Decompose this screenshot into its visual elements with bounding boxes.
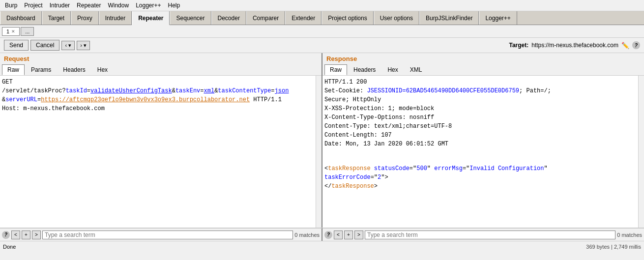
tab-user-options[interactable]: User options bbox=[374, 11, 419, 25]
menu-burp[interactable]: Burp bbox=[2, 1, 20, 10]
menu-help[interactable]: Help bbox=[165, 1, 183, 10]
search-right-prev-button[interactable]: < bbox=[334, 231, 343, 239]
response-tab-headers[interactable]: Headers bbox=[348, 64, 381, 75]
tab-sequencer[interactable]: Sequencer bbox=[170, 11, 211, 25]
tab-repeater[interactable]: Repeater bbox=[132, 11, 170, 25]
tab-extender[interactable]: Extender bbox=[285, 11, 322, 25]
search-bar-left: ? < + > 0 matches bbox=[0, 228, 322, 241]
request-tab-headers[interactable]: Headers bbox=[58, 64, 90, 75]
request-pane-inner: GET /servlet/taskProc?taskId=validateUsh… bbox=[0, 76, 322, 228]
resp-line-8: Date: Mon, 13 Jan 2020 06:01:52 GMT bbox=[324, 140, 636, 148]
search-left-matches: 0 matches bbox=[294, 232, 320, 238]
sub-tab-more[interactable]: ... bbox=[21, 27, 34, 36]
main-split: Request Raw Params Headers Hex GET /serv… bbox=[0, 53, 644, 228]
search-bar-right: ? < + > 0 matches bbox=[322, 228, 644, 241]
menu-intruder[interactable]: Intruder bbox=[47, 1, 73, 10]
resp-line-6: Content-Type: text/xml;charset=UTF-8 bbox=[324, 122, 636, 131]
resp-line-1: HTTP/1.1 200 bbox=[324, 78, 636, 87]
search-left-prev-button[interactable]: < bbox=[11, 231, 20, 239]
sub-tab-bar: 1 ✕ ... bbox=[0, 25, 644, 38]
cancel-button[interactable]: Cancel bbox=[30, 40, 59, 51]
send-button[interactable]: Send bbox=[4, 40, 29, 51]
menu-bar: Burp Project Intruder Repeater Window Lo… bbox=[0, 0, 644, 11]
toolbar: Send Cancel ‹ ▾ › ▾ Target: https://m-ne… bbox=[0, 38, 644, 53]
response-tab-xml[interactable]: XML bbox=[405, 64, 428, 75]
search-left-input[interactable] bbox=[42, 231, 293, 239]
tab-burpjslinkfinder[interactable]: BurpJSLinkFinder bbox=[419, 11, 479, 25]
request-content[interactable]: GET /servlet/taskProc?taskId=validateUsh… bbox=[0, 76, 316, 228]
resp-line-2: Set-Cookie: JSESSIONID=62BAD5465490DD640… bbox=[324, 87, 636, 95]
resp-line-3: Secure; HttpOnly bbox=[324, 95, 636, 104]
resp-xml-close: </taskResponse> bbox=[324, 182, 636, 191]
tab-loggerpp[interactable]: Logger++ bbox=[479, 11, 517, 25]
target-label: Target: bbox=[509, 42, 528, 49]
search-right-matches: 0 matches bbox=[617, 232, 642, 238]
request-tab-bar: Raw Params Headers Hex bbox=[0, 64, 322, 76]
status-right: 369 bytes | 2,749 millis bbox=[586, 244, 641, 250]
forward-button[interactable]: › ▾ bbox=[77, 41, 90, 50]
request-tab-params[interactable]: Params bbox=[26, 64, 57, 75]
search-right-help-icon[interactable]: ? bbox=[324, 231, 332, 239]
status-bar: Done 369 bytes | 2,749 millis bbox=[0, 241, 644, 252]
request-line-1: GET bbox=[2, 78, 314, 87]
request-tab-hex[interactable]: Hex bbox=[92, 64, 113, 75]
tab-dashboard[interactable]: Dashboard bbox=[0, 11, 42, 25]
search-right-next-button[interactable]: > bbox=[354, 231, 363, 239]
menu-project[interactable]: Project bbox=[21, 1, 45, 10]
tab-project-options[interactable]: Project options bbox=[322, 11, 373, 25]
request-line-2: /servlet/taskProc?taskId=validateUsherCo… bbox=[2, 87, 314, 95]
edit-target-icon[interactable]: ✏️ bbox=[621, 42, 629, 49]
response-tab-raw[interactable]: Raw bbox=[324, 64, 347, 75]
tab-decoder[interactable]: Decoder bbox=[211, 11, 246, 25]
response-header: Response bbox=[322, 53, 644, 64]
tab-comparer[interactable]: Comparer bbox=[246, 11, 285, 25]
search-left-add-button[interactable]: + bbox=[22, 231, 30, 239]
main-tab-bar: Dashboard Target Proxy Intruder Repeater… bbox=[0, 11, 644, 25]
target-help-icon[interactable]: ? bbox=[632, 41, 640, 49]
search-right-input[interactable] bbox=[365, 231, 615, 239]
target-url: https://m-nexus.thefacebook.com bbox=[531, 42, 618, 49]
resp-line-blank2 bbox=[324, 156, 636, 164]
resp-xml-mid: taskErrorCode="2"> bbox=[324, 173, 636, 182]
request-line-4: Host: m-nexus.thefacebook.com bbox=[2, 104, 314, 113]
request-scrollbar[interactable] bbox=[316, 76, 322, 228]
resp-line-7: Content-Length: 107 bbox=[324, 131, 636, 140]
request-pane: Request Raw Params Headers Hex GET /serv… bbox=[0, 53, 322, 228]
menu-window[interactable]: Window bbox=[105, 1, 132, 10]
search-bars-container: ? < + > 0 matches ? < + > 0 matches bbox=[0, 228, 644, 241]
response-tab-bar: Raw Headers Hex XML bbox=[322, 64, 644, 76]
response-tab-hex[interactable]: Hex bbox=[382, 64, 403, 75]
back-button[interactable]: ‹ ▾ bbox=[61, 41, 75, 50]
tab-proxy[interactable]: Proxy bbox=[71, 11, 99, 25]
response-content[interactable]: HTTP/1.1 200 Set-Cookie: JSESSIONID=62BA… bbox=[322, 76, 638, 228]
response-pane: Response Raw Headers Hex XML HTTP/1.1 20… bbox=[322, 53, 644, 228]
search-left-help-icon[interactable]: ? bbox=[2, 231, 10, 239]
search-left-next-button[interactable]: > bbox=[32, 231, 41, 239]
resp-xml-open: <taskResponse statusCode="500" errorMsg=… bbox=[324, 164, 636, 173]
request-tab-raw[interactable]: Raw bbox=[2, 64, 25, 75]
request-line-3: &serverURL=https://aftcmqp23qeflo9ebwn3v… bbox=[2, 95, 314, 104]
resp-line-5: X-Content-Type-Options: nosniff bbox=[324, 113, 636, 122]
response-scrollbar[interactable] bbox=[638, 76, 644, 228]
tab-target[interactable]: Target bbox=[42, 11, 71, 25]
response-pane-inner: HTTP/1.1 200 Set-Cookie: JSESSIONID=62BA… bbox=[322, 76, 644, 228]
status-left: Done bbox=[3, 244, 16, 250]
resp-line-blank bbox=[324, 148, 636, 156]
menu-logger[interactable]: Logger++ bbox=[133, 1, 164, 10]
tab-intruder[interactable]: Intruder bbox=[99, 11, 132, 25]
search-right-add-button[interactable]: + bbox=[344, 231, 353, 239]
request-header: Request bbox=[0, 53, 322, 64]
target-bar: Target: https://m-nexus.thefacebook.com … bbox=[509, 41, 640, 49]
sub-tab-1[interactable]: 1 ✕ bbox=[2, 27, 20, 36]
menu-repeater[interactable]: Repeater bbox=[74, 1, 104, 10]
resp-line-4: X-XSS-Protection: 1; mode=block bbox=[324, 104, 636, 113]
